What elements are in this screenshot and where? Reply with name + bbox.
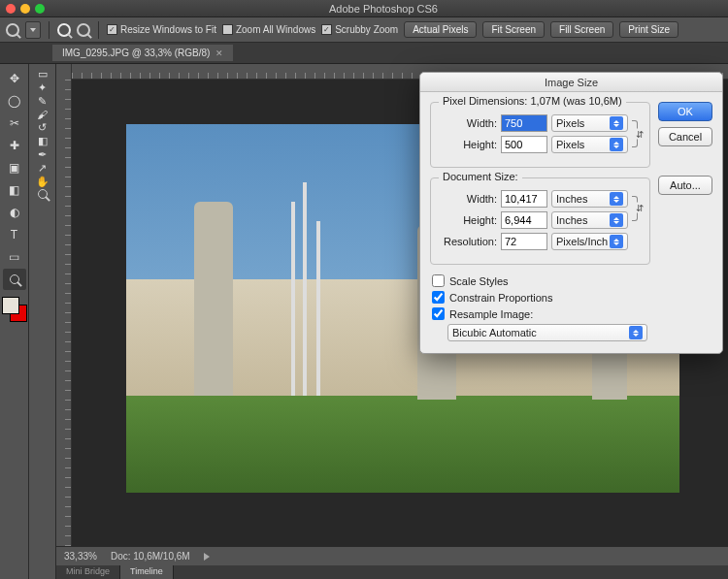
auto-button[interactable]: Auto... bbox=[658, 176, 712, 195]
zoom-in-icon[interactable] bbox=[57, 23, 71, 37]
minibridge-tab[interactable]: Mini Bridge bbox=[56, 565, 120, 579]
zoom-tool[interactable] bbox=[3, 269, 26, 290]
marquee-tool[interactable]: ▭ bbox=[38, 68, 48, 80]
close-window-button[interactable] bbox=[6, 4, 16, 14]
wand-tool[interactable]: ✦ bbox=[38, 81, 47, 94]
healing-tool[interactable]: ✚ bbox=[3, 135, 26, 156]
tools-panel-right: ▭ ✦ ✎ 🖌 ↺ ◧ ✒ ↗ ✋ bbox=[29, 64, 56, 579]
vertical-ruler[interactable] bbox=[56, 64, 72, 546]
pixel-link-bracket: ⇵ bbox=[628, 111, 642, 157]
pixel-height-input[interactable] bbox=[501, 136, 547, 153]
bottom-panel-tabs: Mini Bridge Timeline bbox=[56, 565, 728, 579]
gradient-tool[interactable]: ◧ bbox=[38, 135, 48, 147]
pixel-dimensions-legend: Pixel Dimensions: 1,07M (was 10,6M) bbox=[439, 95, 626, 107]
document-size-group: Document Size: Width: Inches Height: Inc… bbox=[430, 177, 650, 265]
zoomall-label: Zoom All Windows bbox=[236, 24, 315, 35]
eyedropper-tool[interactable]: ✎ bbox=[38, 95, 47, 108]
document-size-legend: Document Size: bbox=[439, 171, 522, 182]
doc-width-input[interactable] bbox=[501, 190, 547, 208]
tool-preset-dropdown[interactable] bbox=[25, 21, 41, 39]
minimize-window-button[interactable] bbox=[20, 4, 30, 14]
stamp-tool[interactable]: ▣ bbox=[3, 157, 26, 178]
zoom-all-checkbox[interactable]: Zoom All Windows bbox=[222, 24, 315, 35]
dialog-title: Image Size bbox=[420, 73, 722, 92]
text-tool[interactable]: T bbox=[3, 224, 26, 245]
history-brush-tool[interactable]: ↺ bbox=[38, 121, 47, 134]
move-tool[interactable]: ✥ bbox=[3, 68, 26, 89]
actual-pixels-button[interactable]: Actual Pixels bbox=[404, 21, 477, 38]
eraser-tool[interactable]: ◧ bbox=[3, 179, 26, 201]
pixel-width-label: Width: bbox=[439, 117, 497, 129]
fill-screen-button[interactable]: Fill Screen bbox=[550, 21, 613, 38]
resample-image-checkbox[interactable]: Resample Image: bbox=[432, 307, 650, 320]
brush-tool[interactable]: 🖌 bbox=[37, 109, 48, 120]
close-tab-icon[interactable]: ✕ bbox=[215, 48, 223, 58]
resize-label: Resize Windows to Fit bbox=[120, 24, 216, 35]
doc-height-input[interactable] bbox=[501, 211, 547, 229]
doc-link-bracket: ⇵ bbox=[628, 186, 642, 254]
pen-tool[interactable]: ✒ bbox=[38, 148, 47, 161]
rectangle-tool[interactable]: ▭ bbox=[3, 246, 26, 268]
window-titlebar: Adobe Photoshop CS6 bbox=[0, 0, 728, 17]
scale-styles-checkbox[interactable]: Scale Styles bbox=[432, 274, 650, 287]
zoom-tool-icon bbox=[6, 23, 19, 37]
ok-button[interactable]: OK bbox=[658, 102, 712, 121]
status-bar: 33,33% Doc: 10,6M/10,6M bbox=[56, 546, 728, 565]
doc-width-unit-select[interactable]: Inches bbox=[551, 190, 628, 208]
timeline-tab[interactable]: Timeline bbox=[120, 565, 174, 579]
zoom-readout[interactable]: 33,33% bbox=[64, 551, 97, 562]
foreground-color-swatch[interactable] bbox=[2, 297, 19, 314]
dodge-tool[interactable]: ◐ bbox=[3, 202, 26, 223]
tools-panel-left: ✥ ◯ ✂ ✚ ▣ ◧ ◐ T ▭ bbox=[0, 64, 29, 579]
cancel-button[interactable]: Cancel bbox=[658, 127, 712, 146]
fit-screen-button[interactable]: Fit Screen bbox=[482, 21, 545, 38]
document-tab-label: IMG_0295.JPG @ 33,3% (RGB/8) bbox=[62, 48, 210, 58]
pixel-width-input[interactable] bbox=[501, 114, 547, 132]
path-tool[interactable]: ↗ bbox=[38, 162, 47, 175]
crop-tool[interactable]: ✂ bbox=[3, 113, 26, 134]
docinfo-menu-icon[interactable] bbox=[204, 553, 210, 561]
doc-info[interactable]: Doc: 10,6M/10,6M bbox=[111, 551, 190, 562]
resolution-unit-select[interactable]: Pixels/Inch bbox=[551, 233, 628, 250]
pixel-width-unit-select[interactable]: Pixels bbox=[551, 114, 628, 132]
scrubby-label: Scrubby Zoom bbox=[335, 24, 398, 35]
document-tab[interactable]: IMG_0295.JPG @ 33,3% (RGB/8) ✕ bbox=[52, 45, 233, 61]
scrubby-zoom-checkbox[interactable]: ✓Scrubby Zoom bbox=[321, 24, 398, 35]
link-icon[interactable]: ⇵ bbox=[636, 129, 644, 140]
zoom-out-icon[interactable] bbox=[77, 23, 90, 37]
print-size-button[interactable]: Print Size bbox=[619, 21, 678, 38]
document-tab-row: IMG_0295.JPG @ 33,3% (RGB/8) ✕ bbox=[0, 43, 728, 64]
image-size-dialog: Image Size Pixel Dimensions: 1,07M (was … bbox=[419, 72, 723, 354]
zoom-tool-2[interactable] bbox=[38, 189, 48, 201]
resolution-input[interactable] bbox=[501, 233, 547, 250]
resize-windows-checkbox[interactable]: ✓Resize Windows to Fit bbox=[107, 24, 216, 35]
resolution-label: Resolution: bbox=[439, 236, 497, 247]
resample-method-select[interactable]: Bicubic Automatic bbox=[447, 324, 647, 341]
hand-tool[interactable]: ✋ bbox=[36, 176, 50, 188]
color-swatches[interactable] bbox=[2, 297, 27, 326]
pixel-height-label: Height: bbox=[439, 139, 497, 150]
doc-width-label: Width: bbox=[439, 193, 497, 205]
options-bar: ✓Resize Windows to Fit Zoom All Windows … bbox=[0, 17, 728, 43]
constrain-proportions-checkbox[interactable]: Constrain Proportions bbox=[432, 291, 650, 304]
doc-height-label: Height: bbox=[439, 214, 497, 226]
app-title: Adobe Photoshop CS6 bbox=[45, 3, 722, 15]
zoom-window-button[interactable] bbox=[35, 4, 45, 14]
pixel-dimensions-group: Pixel Dimensions: 1,07M (was 10,6M) Widt… bbox=[430, 102, 650, 168]
pixel-height-unit-select[interactable]: Pixels bbox=[551, 136, 628, 153]
lasso-tool[interactable]: ◯ bbox=[3, 90, 26, 112]
link-icon[interactable]: ⇵ bbox=[636, 203, 644, 213]
doc-height-unit-select[interactable]: Inches bbox=[551, 211, 628, 229]
